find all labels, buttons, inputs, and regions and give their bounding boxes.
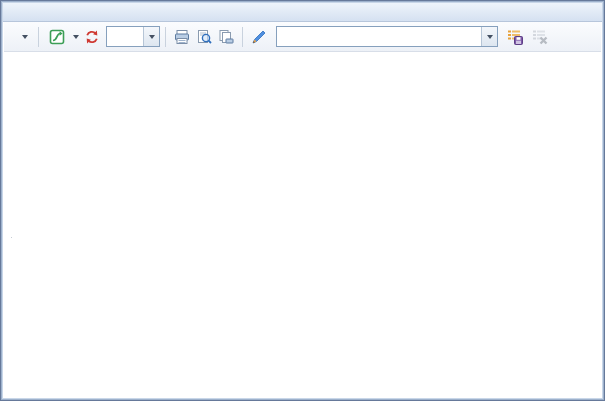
- page-setup-button[interactable]: [215, 26, 237, 48]
- print-preview-button[interactable]: [193, 26, 215, 48]
- template-dropdown-button[interactable]: [481, 27, 497, 46]
- chevron-down-icon: [149, 35, 155, 39]
- chevron-down-icon: [73, 35, 79, 39]
- title-bar: [3, 3, 602, 22]
- chart-canvas: [4, 52, 603, 237]
- separator: [242, 27, 243, 47]
- template-combobox[interactable]: [276, 26, 498, 47]
- zoom-combobox[interactable]: [106, 26, 160, 47]
- file-menu-button[interactable]: [12, 26, 33, 48]
- separator: [38, 27, 39, 47]
- print-button[interactable]: [171, 26, 193, 48]
- refresh-button[interactable]: [81, 26, 103, 48]
- graph-window: [0, 0, 605, 401]
- toolbar: [4, 22, 601, 52]
- edit-style-button[interactable]: [248, 26, 270, 48]
- chevron-down-icon: [487, 35, 493, 39]
- delete-template-button[interactable]: [529, 26, 551, 48]
- chart-panel: [4, 52, 601, 397]
- save-template-button[interactable]: [504, 26, 526, 48]
- zoom-dropdown-button[interactable]: [143, 27, 159, 46]
- results-table: [11, 237, 12, 238]
- separator: [165, 27, 166, 47]
- chart-type-icon: [46, 26, 68, 48]
- chevron-down-icon: [22, 35, 28, 39]
- chart-type-button[interactable]: [44, 26, 81, 48]
